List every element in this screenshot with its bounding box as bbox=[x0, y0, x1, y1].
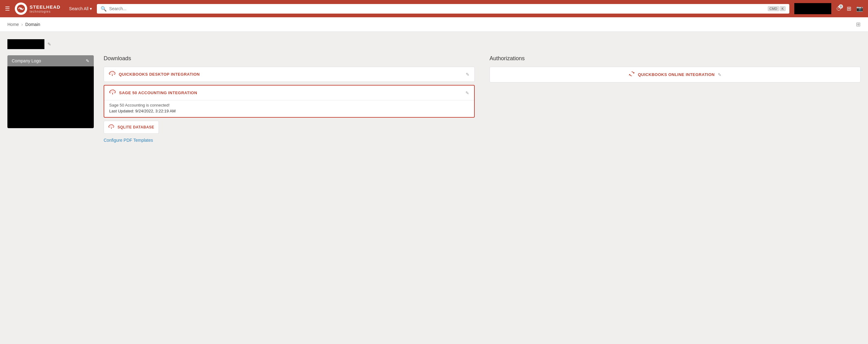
sage50-updated-text: Last Updated: 9/24/2022, 3:22:19 AM bbox=[109, 109, 469, 113]
authorizations-section: Authorizations QUICKBOOKS ONLINE INTEGRA… bbox=[490, 55, 861, 143]
header: ☰ STEELHEAD technologies Search All ▾ 🔍 … bbox=[0, 0, 868, 17]
logo-icon bbox=[15, 2, 27, 15]
sqlite-label: SQLITE DATABASE bbox=[118, 125, 154, 130]
logo-text-block: STEELHEAD technologies bbox=[30, 4, 60, 13]
logo-name: STEELHEAD bbox=[30, 4, 60, 9]
breadcrumb-current: Domain bbox=[25, 22, 40, 27]
sage50-label: SAGE 50 ACCOUNTING INTEGRATION bbox=[119, 90, 462, 95]
authorizations-title: Authorizations bbox=[490, 55, 861, 62]
configure-pdf-link[interactable]: Configure PDF Templates bbox=[104, 138, 153, 143]
menu-icon[interactable]: ☰ bbox=[5, 5, 10, 12]
right-panel: Downloads QUICKBOOKS DESKTOP INTEGRATION… bbox=[104, 55, 861, 143]
quickbooks-online-button[interactable]: QUICKBOOKS ONLINE INTEGRATION ✎ bbox=[490, 67, 861, 82]
main-content: ✎ Company Logo ✎ Downloads bbox=[0, 32, 868, 150]
header-right: ⏱ 0 ⊞ 📷 bbox=[794, 3, 863, 14]
sqlite-cloud-icon bbox=[108, 124, 115, 130]
company-logo-header: Company Logo ✎ bbox=[7, 55, 94, 66]
search-container: 🔍 CMD K bbox=[97, 4, 789, 13]
content-layout: Company Logo ✎ Downloads bbox=[7, 55, 861, 143]
quickbooks-desktop-button[interactable]: QUICKBOOKS DESKTOP INTEGRATION ✎ bbox=[104, 67, 475, 82]
breadcrumb-home[interactable]: Home bbox=[7, 22, 19, 27]
company-logo-edit-icon[interactable]: ✎ bbox=[86, 58, 89, 63]
camera-icon[interactable]: 📷 bbox=[856, 5, 863, 12]
svg-point-1 bbox=[20, 8, 22, 9]
quickbooks-desktop-cloud-icon bbox=[109, 71, 116, 78]
left-panel: Company Logo ✎ bbox=[7, 55, 94, 143]
quickbooks-online-pencil-icon[interactable]: ✎ bbox=[718, 72, 721, 77]
notification-badge: 0 bbox=[839, 4, 843, 9]
kbd-cmd: CMD bbox=[768, 6, 779, 11]
quickbooks-online-label: QUICKBOOKS ONLINE INTEGRATION bbox=[638, 72, 715, 77]
sage50-status: Sage 50 Accounting is connected! Last Up… bbox=[104, 100, 474, 117]
kbd-k: K bbox=[780, 6, 786, 11]
sage50-cloud-icon bbox=[109, 89, 116, 96]
company-name-edit-icon[interactable]: ✎ bbox=[48, 42, 51, 47]
sage50-pencil-icon[interactable]: ✎ bbox=[465, 90, 469, 95]
company-name-box bbox=[7, 39, 44, 49]
sage50-card: SAGE 50 ACCOUNTING INTEGRATION ✎ Sage 50… bbox=[104, 85, 475, 118]
search-all-button[interactable]: Search All ▾ bbox=[69, 6, 92, 11]
search-icon: 🔍 bbox=[100, 6, 107, 12]
downloads-section: Downloads QUICKBOOKS DESKTOP INTEGRATION… bbox=[104, 55, 475, 143]
clock-icon[interactable]: ⏱ 0 bbox=[836, 5, 842, 12]
sqlite-button[interactable]: SQLITE DATABASE bbox=[104, 121, 159, 134]
logo-area: STEELHEAD technologies bbox=[15, 2, 60, 15]
header-user-box[interactable] bbox=[794, 3, 831, 14]
quickbooks-online-sync-icon bbox=[629, 71, 635, 79]
pin-icon[interactable]: ⊞ bbox=[856, 21, 861, 28]
company-logo-label: Company Logo bbox=[12, 58, 41, 63]
quickbooks-desktop-pencil-icon[interactable]: ✎ bbox=[466, 72, 469, 77]
breadcrumb-bar: Home › Domain ⊞ bbox=[0, 17, 868, 32]
downloads-title: Downloads bbox=[104, 55, 475, 62]
company-logo-card: Company Logo ✎ bbox=[7, 55, 94, 128]
company-name-row: ✎ bbox=[7, 39, 861, 49]
company-logo-image bbox=[7, 66, 94, 128]
sage50-button[interactable]: SAGE 50 ACCOUNTING INTEGRATION ✎ bbox=[104, 86, 474, 100]
sage50-connected-text: Sage 50 Accounting is connected! bbox=[109, 103, 469, 108]
logo-sub: technologies bbox=[30, 10, 60, 13]
search-input[interactable] bbox=[109, 6, 765, 11]
breadcrumb: Home › Domain bbox=[7, 22, 40, 27]
kbd-hint: CMD K bbox=[768, 6, 786, 11]
breadcrumb-separator: › bbox=[21, 22, 23, 27]
quickbooks-desktop-label: QUICKBOOKS DESKTOP INTEGRATION bbox=[119, 72, 463, 77]
grid-icon[interactable]: ⊞ bbox=[847, 5, 851, 12]
